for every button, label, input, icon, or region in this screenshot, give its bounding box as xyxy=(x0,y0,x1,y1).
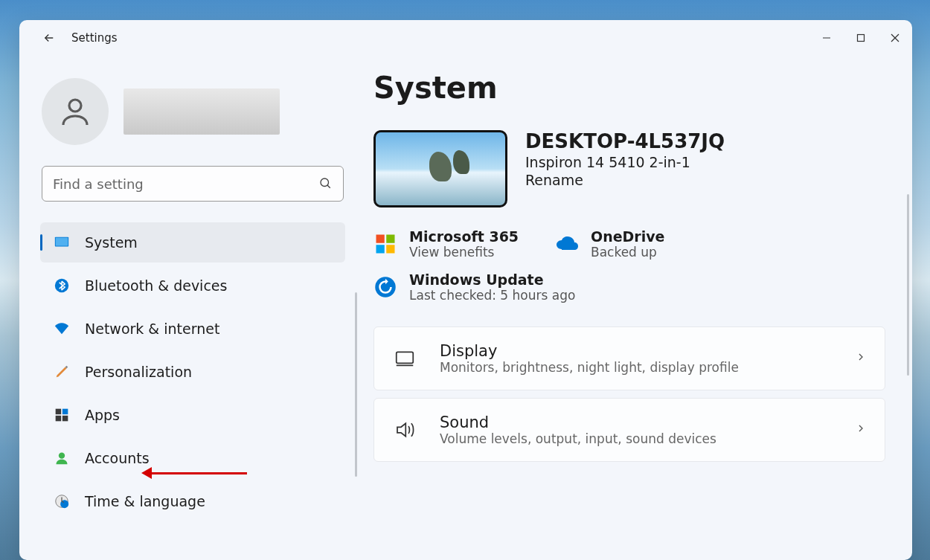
nav-list: System Bluetooth & devices Network & int… xyxy=(37,221,348,523)
sidebar-item-label: Apps xyxy=(85,407,120,423)
minimize-button[interactable] xyxy=(809,26,844,50)
rename-link[interactable]: Rename xyxy=(525,172,725,188)
window-body: System Bluetooth & devices Network & int… xyxy=(19,56,912,560)
status-subtext: Backed up xyxy=(591,245,665,260)
bluetooth-icon xyxy=(54,277,70,294)
svg-line-6 xyxy=(327,185,330,188)
sidebar-item-label: Network & internet xyxy=(85,321,219,337)
window-controls xyxy=(809,26,912,50)
windows-update-icon xyxy=(373,275,397,299)
maximize-icon xyxy=(856,33,865,42)
person-icon xyxy=(57,94,93,129)
search-icon xyxy=(318,176,332,193)
svg-point-14 xyxy=(59,453,65,459)
clock-globe-icon xyxy=(54,493,70,509)
sidebar-item-label: Personalization xyxy=(85,364,192,380)
card-sound[interactable]: Sound Volume levels, output, input, soun… xyxy=(373,398,885,462)
svg-rect-19 xyxy=(376,245,385,253)
sidebar-item-label: Accounts xyxy=(85,450,150,466)
window-title: Settings xyxy=(71,31,118,45)
search-wrap xyxy=(42,166,344,202)
card-title: Sound xyxy=(440,413,716,431)
device-model: Inspiron 14 5410 2-in-1 xyxy=(525,154,725,170)
card-display[interactable]: Display Monitors, brightness, night ligh… xyxy=(373,326,885,390)
sidebar: System Bluetooth & devices Network & int… xyxy=(19,56,356,560)
accounts-icon xyxy=(54,450,70,466)
close-icon xyxy=(891,33,899,42)
desktop-wallpaper-thumbnail[interactable] xyxy=(373,130,507,207)
brush-icon xyxy=(54,364,70,380)
apps-icon xyxy=(54,407,70,423)
arrow-left-icon xyxy=(42,31,56,45)
titlebar: Settings xyxy=(19,20,912,56)
svg-rect-12 xyxy=(56,416,62,422)
status-title: Microsoft 365 xyxy=(409,228,519,245)
profile-block[interactable] xyxy=(37,78,348,145)
svg-point-5 xyxy=(321,178,329,187)
sidebar-item-personalization[interactable]: Personalization xyxy=(40,352,345,392)
svg-rect-17 xyxy=(376,235,385,243)
svg-rect-13 xyxy=(62,416,68,422)
sidebar-item-label: Time & language xyxy=(85,493,205,509)
card-subtitle: Volume levels, output, input, sound devi… xyxy=(440,431,716,446)
minimize-icon xyxy=(822,33,831,42)
svg-rect-8 xyxy=(56,238,68,246)
user-name-redacted xyxy=(124,88,280,135)
status-windows-update[interactable]: Windows Update Last checked: 5 hours ago xyxy=(373,268,885,306)
maximize-button[interactable] xyxy=(844,26,878,50)
close-button[interactable] xyxy=(878,26,912,50)
display-icon xyxy=(392,347,417,370)
sidebar-item-network[interactable]: Network & internet xyxy=(40,309,345,349)
system-icon xyxy=(54,234,70,251)
sidebar-item-accounts[interactable]: Accounts xyxy=(40,438,345,478)
device-name: DESKTOP-4L537JQ xyxy=(525,130,725,152)
sidebar-item-system[interactable]: System xyxy=(40,222,345,263)
device-header: DESKTOP-4L537JQ Inspiron 14 5410 2-in-1 … xyxy=(373,130,885,207)
status-title: Windows Update xyxy=(409,271,575,288)
svg-rect-20 xyxy=(386,245,394,253)
onedrive-icon xyxy=(555,232,579,256)
status-subtext[interactable]: View benefits xyxy=(409,245,519,260)
microsoft-365-icon xyxy=(373,232,397,256)
svg-point-4 xyxy=(69,100,81,112)
sidebar-item-label: System xyxy=(85,234,138,251)
sound-icon xyxy=(392,419,417,441)
svg-rect-22 xyxy=(397,352,414,363)
status-subtext: Last checked: 5 hours ago xyxy=(409,288,575,303)
svg-rect-18 xyxy=(386,235,394,243)
sidebar-item-time-language[interactable]: Time & language xyxy=(40,481,345,521)
status-microsoft-365[interactable]: Microsoft 365 View benefits xyxy=(373,225,537,263)
chevron-right-icon xyxy=(855,422,867,437)
back-button[interactable] xyxy=(34,23,64,53)
status-title: OneDrive xyxy=(591,228,665,245)
status-grid: Microsoft 365 View benefits OneDrive Bac… xyxy=(373,225,885,306)
page-title: System xyxy=(373,71,885,105)
settings-window: Settings xyxy=(19,20,912,560)
sidebar-item-label: Bluetooth & devices xyxy=(85,277,227,294)
sidebar-item-apps[interactable]: Apps xyxy=(40,395,345,435)
svg-rect-10 xyxy=(56,409,62,415)
main-scrollbar[interactable] xyxy=(907,194,909,376)
wifi-icon xyxy=(54,321,70,337)
sidebar-item-bluetooth[interactable]: Bluetooth & devices xyxy=(40,265,345,306)
settings-cards: Display Monitors, brightness, night ligh… xyxy=(373,326,885,462)
search-input[interactable] xyxy=(42,166,344,202)
status-onedrive[interactable]: OneDrive Backed up xyxy=(555,225,719,263)
chevron-right-icon xyxy=(855,351,867,366)
avatar xyxy=(42,78,109,145)
svg-rect-1 xyxy=(858,35,865,42)
device-info: DESKTOP-4L537JQ Inspiron 14 5410 2-in-1 … xyxy=(525,130,725,188)
svg-rect-11 xyxy=(62,409,68,415)
card-title: Display xyxy=(440,342,739,360)
card-subtitle: Monitors, brightness, night light, displ… xyxy=(440,360,739,375)
main-panel: System DESKTOP-4L537JQ Inspiron 14 5410 … xyxy=(356,56,912,560)
